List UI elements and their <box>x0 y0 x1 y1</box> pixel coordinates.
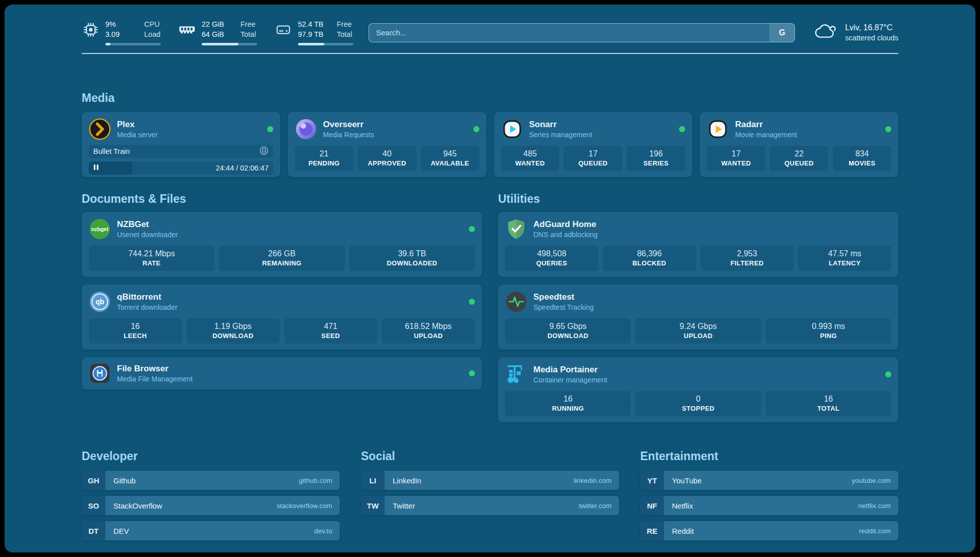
search-input[interactable] <box>369 24 769 42</box>
app-name: NZBGet <box>117 219 178 230</box>
stat-series: 196SERIES <box>627 146 685 171</box>
status-online-dot <box>469 370 475 376</box>
stat-ping: 0.993 msPING <box>766 318 891 344</box>
disk-progress-bar <box>298 43 353 45</box>
cpu-load-label: Load <box>144 30 160 40</box>
bookmark-name: Netflix <box>672 502 693 510</box>
bookmark-abbr: RE <box>640 521 664 540</box>
header-divider <box>82 53 898 54</box>
pause-icon[interactable] <box>93 163 99 173</box>
bookmark-name: Reddit <box>672 527 694 535</box>
stat-download: 9.65 GbpsDOWNLOAD <box>505 318 631 344</box>
weather-condition: scattered clouds <box>845 33 898 43</box>
stat-upload: 9.24 GbpsUPLOAD <box>635 318 761 344</box>
bookmark-name: Twitter <box>393 502 415 510</box>
stat-downloaded: 39.6 TBDOWNLOADED <box>349 246 475 271</box>
stat-wanted: 17WANTED <box>707 146 765 171</box>
bookmark-netflix[interactable]: NF Netflix netflix.com <box>640 496 898 515</box>
svg-text:qb: qb <box>95 298 104 306</box>
bookmark-section-social: Social LI LinkedIn linkedin.com TW Twitt… <box>361 450 619 540</box>
sonarr-icon <box>501 118 523 140</box>
bookmark-abbr: GH <box>82 471 105 490</box>
memory-free-label: Free <box>240 20 256 30</box>
stat-seed: 471SEED <box>284 318 378 344</box>
cloud-icon <box>814 22 838 43</box>
player-progress[interactable]: 24:44 / 02:06:47 <box>89 161 273 175</box>
app-name: File Browser <box>117 363 193 374</box>
app-description: Usenet downloader <box>117 230 178 239</box>
bookmark-url: dev.to <box>314 527 332 535</box>
bookmark-dev[interactable]: DT DEV dev.to <box>82 521 340 540</box>
app-description: Container management <box>533 375 607 384</box>
app-description: DNS and adblocking <box>533 230 598 239</box>
app-card-sonarr[interactable]: Sonarr Series management 485WANTED 17QUE… <box>494 112 693 177</box>
status-online-dot <box>885 126 891 132</box>
status-online-dot <box>267 126 273 132</box>
stat-running: 16RUNNING <box>505 391 631 416</box>
search-bar[interactable]: G <box>369 23 795 42</box>
bookmark-section-entertainment: Entertainment YT YouTube youtube.com NF … <box>640 450 898 540</box>
app-description: Movie management <box>735 130 797 139</box>
adguard-icon <box>505 218 527 240</box>
memory-total-label: Total <box>240 30 256 40</box>
dashboard-page: 9% 3.09 CPU Load <box>5 5 975 552</box>
memory-total-value: 64 GiB <box>202 30 231 40</box>
stat-available: 945AVAILABLE <box>421 146 479 171</box>
stat-upload: 618.52 MbpsUPLOAD <box>382 318 475 344</box>
app-card-qbittorrent[interactable]: qb qBittorrent Torrent downloader 16LEEC… <box>82 285 482 350</box>
app-name: Media Portainer <box>533 364 607 375</box>
app-card-filebrowser[interactable]: File Browser Media File Management <box>82 357 482 389</box>
app-name: Speedtest <box>533 292 594 303</box>
player-time: 24:44 / 02:06:47 <box>216 164 269 172</box>
cpu-stat: 9% 3.09 CPU Load <box>82 20 161 45</box>
stat-remaining: 266 GBREMAINING <box>219 246 344 271</box>
app-card-nzbget[interactable]: nzbget NZBGet Usenet downloader 744.21 M… <box>82 212 482 277</box>
bookmark-url: stackoverflow.com <box>277 502 332 510</box>
bookmark-abbr: NF <box>640 496 664 515</box>
app-card-adguard[interactable]: AdGuard Home DNS and adblocking 498,508Q… <box>498 212 898 277</box>
cpu-progress-bar <box>105 43 161 45</box>
app-card-overseerr[interactable]: Overseerr Media Requests 21PENDING 40APP… <box>288 112 486 177</box>
now-playing-title: Bullet Train <box>93 147 130 155</box>
section-documents: Documents & Files nzbget NZBGet Usenet d… <box>82 192 482 422</box>
bookmark-reddit[interactable]: RE Reddit reddit.com <box>640 521 898 540</box>
speedtest-icon <box>505 291 527 313</box>
bookmark-abbr: LI <box>361 471 385 490</box>
app-name: Radarr <box>735 119 797 130</box>
app-card-plex[interactable]: Plex Media server Bullet Train <box>82 112 280 177</box>
bookmark-url: reddit.com <box>859 527 891 535</box>
app-name: qBittorrent <box>117 292 177 303</box>
overseerr-icon <box>295 118 317 140</box>
bookmark-name: LinkedIn <box>393 476 421 485</box>
search-engine-button[interactable]: G <box>769 24 794 42</box>
bookmark-url: github.com <box>299 477 332 484</box>
disk-free-label: Free <box>337 20 352 30</box>
app-name: AdGuard Home <box>533 219 598 230</box>
settings-icon[interactable] <box>259 146 269 157</box>
bookmark-name: DEV <box>113 527 129 535</box>
app-card-portainer[interactable]: Media Portainer Container management 16R… <box>498 357 898 422</box>
qbittorrent-icon: qb <box>89 291 111 313</box>
stat-leech: 16LEECH <box>89 318 182 344</box>
app-description: Media Requests <box>323 130 374 139</box>
bookmark-youtube[interactable]: YT YouTube youtube.com <box>640 471 898 490</box>
bookmark-twitter[interactable]: TW Twitter twitter.com <box>361 496 619 515</box>
disk-free-value: 52.4 TB <box>298 20 327 30</box>
bookmark-abbr: DT <box>82 521 105 540</box>
app-description: Media server <box>117 130 158 139</box>
app-description: Torrent downloader <box>117 303 177 312</box>
disk-stat: 52.4 TB 97.9 TB Free Total <box>274 20 353 45</box>
bookmark-stackoverflow[interactable]: SO StackOverflow stackoverflow.com <box>82 496 340 515</box>
stat-wanted: 485WANTED <box>501 146 560 171</box>
radarr-icon <box>707 118 729 140</box>
bookmark-github[interactable]: GH Github github.com <box>82 471 340 490</box>
app-card-radarr[interactable]: Radarr Movie management 17WANTED 22QUEUE… <box>700 112 898 177</box>
status-online-dot <box>469 299 475 305</box>
bookmark-linkedin[interactable]: LI LinkedIn linkedin.com <box>361 471 619 490</box>
filebrowser-icon <box>89 362 111 384</box>
stat-pending: 21PENDING <box>295 146 353 171</box>
stat-total: 16TOTAL <box>766 391 891 416</box>
header: 9% 3.09 CPU Load <box>82 5 898 45</box>
memory-progress-bar <box>202 43 257 45</box>
app-card-speedtest[interactable]: Speedtest Speedtest Tracking 9.65 GbpsDO… <box>498 285 898 350</box>
